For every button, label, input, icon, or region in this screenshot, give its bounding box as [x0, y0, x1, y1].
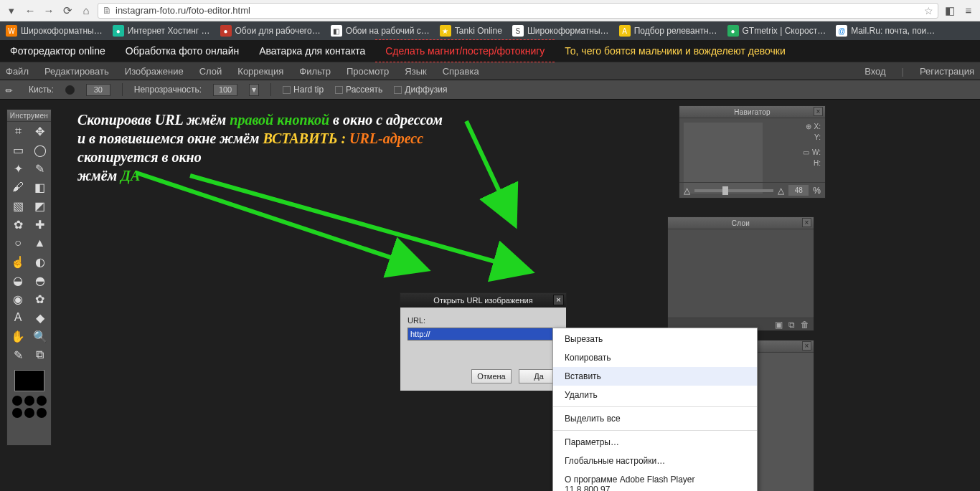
menu-image[interactable]: Изображение [125, 66, 184, 77]
tool-zoom[interactable]: 🔍 [29, 327, 51, 345]
tool-heal[interactable]: ✚ [29, 215, 51, 234]
nav-magnet[interactable]: Сделать магнит/постер/фотокнигу [375, 39, 555, 62]
brush-preview[interactable] [65, 85, 75, 95]
delete-layer-icon[interactable]: 🗑 [801, 320, 809, 330]
bookmark-star-icon[interactable]: ☆ [924, 5, 933, 16]
forward-icon[interactable]: → [42, 4, 56, 18]
tool-smudge[interactable]: ☝ [7, 252, 29, 271]
bookmark-item[interactable]: ★Tanki Online [440, 25, 502, 37]
ctx-params[interactable]: Параметры… [553, 433, 757, 452]
tool-move[interactable]: ✥ [29, 122, 51, 140]
tool-crop[interactable]: ⌗ [7, 122, 29, 140]
bookmark-item[interactable]: AПодбор релевантн… [619, 25, 717, 37]
menu-view[interactable]: Просмотр [347, 66, 389, 77]
favicon: @ [836, 25, 847, 37]
opacity-input[interactable] [213, 84, 237, 96]
zoom-in-icon[interactable]: △ [778, 186, 784, 196]
tool-marquee[interactable]: ▭ [7, 140, 29, 159]
favicon: S [512, 25, 524, 37]
tool-shape[interactable]: ◆ [29, 308, 51, 327]
bookmark-item[interactable]: ●Обои для рабочего… [220, 25, 321, 37]
zoom-value[interactable]: 48 [788, 185, 809, 196]
menu-layer[interactable]: Слой [199, 66, 222, 77]
nav-avatar[interactable]: Аватарка для контакта [249, 40, 375, 62]
bookmark-item[interactable]: ●GTmetrix | Скорост… [727, 25, 826, 37]
close-icon[interactable]: × [802, 341, 811, 351]
close-icon[interactable]: × [802, 218, 811, 227]
nav-editor[interactable]: Фоторедактор online [0, 40, 116, 62]
bookmark-item[interactable]: @Mail.Ru: почта, пои… [836, 25, 935, 37]
menu-login[interactable]: Вход [864, 66, 885, 77]
close-icon[interactable]: × [814, 107, 823, 116]
zoom-slider[interactable] [694, 189, 773, 192]
tool-fill[interactable]: ▧ [7, 196, 29, 215]
ctx-delete[interactable]: Удалить [553, 386, 757, 404]
ctx-select-all[interactable]: Выделить все [553, 409, 757, 428]
menu-edit[interactable]: Редактировать [44, 66, 109, 77]
ctx-separator [553, 430, 757, 431]
zoom-out-icon[interactable]: △ [684, 186, 690, 196]
tool-wand[interactable]: ✦ [7, 159, 29, 178]
menu-help[interactable]: Справка [443, 66, 479, 77]
tool-type[interactable]: A [7, 308, 29, 327]
nav-process[interactable]: Обработка фото онлайн [116, 40, 249, 62]
url-input[interactable] [407, 328, 559, 340]
opacity-dropdown-icon[interactable]: ▾ [249, 84, 259, 96]
home-icon[interactable]: ⌂ [79, 4, 93, 18]
bookmark-item[interactable]: SШирокоформатны… [512, 25, 609, 37]
menu-icon[interactable]: ≡ [961, 4, 976, 18]
menu-filter[interactable]: Фильтр [299, 66, 331, 77]
url-bar[interactable]: 🗎 instagram-foto.ru/foto-editor.html ☆ [98, 3, 938, 19]
tool-clone[interactable]: ✿ [7, 215, 29, 234]
tool-hand[interactable]: ✋ [7, 327, 29, 345]
tool-dodge[interactable]: ◒ [7, 271, 29, 290]
new-layer-icon[interactable]: ▣ [775, 320, 783, 330]
reload-icon[interactable]: ⟳ [60, 4, 75, 18]
duplicate-layer-icon[interactable]: ⧉ [788, 320, 795, 330]
hardtip-checkbox[interactable]: Hard tip [283, 85, 324, 95]
tool-brush[interactable]: 🖌 [7, 178, 29, 196]
tool-gradient[interactable]: ◩ [29, 196, 51, 215]
bookmark-label: Подбор релевантн… [634, 26, 717, 36]
tool-sharpen[interactable]: ▲ [29, 234, 51, 252]
tool-eraser[interactable]: ◧ [29, 178, 51, 196]
brush-size-input[interactable] [86, 84, 110, 96]
tool-redeye[interactable]: ◉ [7, 290, 29, 308]
extension-icon[interactable]: ◧ [943, 4, 957, 18]
color-palette[interactable] [7, 396, 51, 418]
bookmark-item[interactable]: ●Интернет Хостинг … [113, 25, 210, 37]
chrome-toolbar: ▾ ← → ⟳ ⌂ 🗎 instagram-foto.ru/foto-edito… [0, 0, 980, 22]
nav-curious[interactable]: То, чего боятся мальчики и вожделеют дев… [555, 40, 795, 62]
tool-blur[interactable]: ○ [7, 234, 29, 252]
ctx-copy[interactable]: Копировать [553, 348, 757, 367]
tool-picker[interactable]: ✎ [7, 345, 29, 364]
bookmark-item[interactable]: WШирокоформатны… [6, 25, 103, 37]
ctx-about[interactable]: О программе Adobe Flash Player 11.8.800.… [553, 470, 757, 491]
tool-lasso[interactable]: ◯ [29, 140, 51, 159]
nav-wh-icon[interactable]: ▭ [803, 148, 809, 156]
bookmark-item[interactable]: ◧Обои на рабочий с… [331, 25, 430, 37]
ctx-cut[interactable]: Вырезать [553, 330, 757, 348]
menu-lang[interactable]: Язык [405, 66, 426, 77]
nav-anchor-icon[interactable]: ⊕ [806, 123, 811, 130]
back-icon[interactable]: ← [23, 4, 37, 18]
diffuse-checkbox[interactable]: Диффузия [394, 85, 447, 95]
close-icon[interactable]: × [553, 295, 564, 305]
site-nav: Фоторедактор online Обработка фото онлай… [0, 40, 980, 62]
dialog-titlebar[interactable]: Открыть URL изображения × [400, 293, 566, 308]
tool-burn[interactable]: ◓ [29, 271, 51, 290]
ctx-paste[interactable]: Вставить [553, 367, 757, 386]
foreground-color[interactable] [14, 370, 44, 391]
tool-pencil[interactable]: ✎ [29, 159, 51, 178]
tool-stamp[interactable]: ⧉ [29, 345, 51, 364]
menu-correction[interactable]: Коррекция [237, 66, 283, 77]
tool-sponge[interactable]: ◐ [29, 252, 51, 271]
tab-dropdown[interactable]: ▾ [4, 4, 19, 18]
tool-pinch[interactable]: ✿ [29, 290, 51, 308]
menu-file[interactable]: Файл [6, 66, 29, 77]
favicon: ● [113, 25, 124, 37]
cancel-button[interactable]: Отмена [471, 369, 512, 383]
menu-register[interactable]: Регистрация [920, 66, 974, 77]
ctx-globals[interactable]: Глобальные настройки… [553, 452, 757, 470]
scatter-checkbox[interactable]: Рассеять [335, 85, 382, 95]
